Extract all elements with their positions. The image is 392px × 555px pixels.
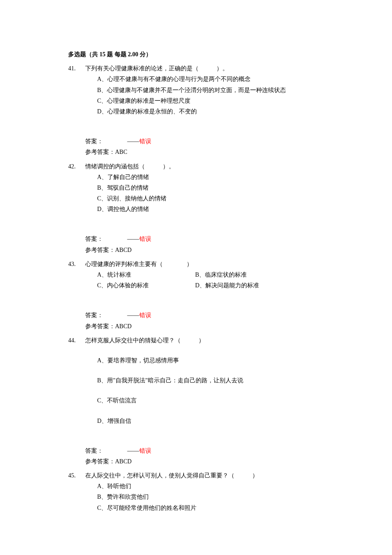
answer-line: 答案： ——错误 — [85, 234, 324, 244]
question-43: 43. 心理健康的评判标准主要有（ ） A、统计标准 B、临床症状的标准 C、内… — [68, 259, 324, 332]
question-number: 43. — [68, 259, 85, 269]
option-a: A、聆听他们 — [97, 481, 324, 491]
question-stem: 42. 情绪调控的内涵包括（ ）。 — [68, 161, 324, 172]
ref-answer-value: ABCD — [115, 247, 132, 253]
option-a: A、心理不健康与有不健康的心理与行为是两个不同的概念 — [97, 74, 324, 84]
question-stem: 41. 下列有关心理健康标准的论述，正确的是（ ）。 — [68, 63, 324, 74]
question-44: 44. 怎样克服人际交往中的猜疑心理？（ ） A、要培养理智，切忌感情用事 B、… — [68, 335, 324, 467]
option-a: A、要培养理智，切忌感情用事 — [97, 355, 324, 366]
question-number: 45. — [68, 470, 85, 481]
option-b: B、用"自我开脱法"暗示自己：走自己的路，让别人去说 — [97, 375, 324, 386]
question-42: 42. 情绪调控的内涵包括（ ）。 A、了解自己的情绪 B、驾驭自己的情绪 C、… — [68, 161, 324, 255]
option-c: C、识别、接纳他人的情绪 — [97, 193, 324, 204]
question-number: 41. — [68, 63, 85, 74]
answer-line: 答案： ——错误 — [85, 136, 324, 147]
section-title: 多选题（共 15 题 每题 2.00 分） — [68, 49, 324, 60]
option-d: D、心理健康的标准是永恒的、不变的 — [97, 106, 324, 117]
status-wrong: 错误 — [139, 138, 151, 145]
status-prefix: —— — [127, 448, 139, 454]
ref-label: 参考答案： — [85, 323, 115, 330]
question-text: 怎样克服人际交往中的猜疑心理？（ ） — [85, 335, 324, 346]
options: A、要培养理智，切忌感情用事 B、用"自我开脱法"暗示自己：走自己的路，让别人去… — [68, 355, 324, 426]
option-d: D、解决问题能力的标准 — [195, 280, 293, 291]
question-text: 心理健康的评判标准主要有（ ） — [85, 259, 324, 269]
status-prefix: —— — [127, 312, 139, 318]
option-a: A、统计标准 — [97, 269, 195, 280]
question-number: 42. — [68, 161, 85, 172]
question-text: 在人际交往中，怎样认可别人，使别人觉得自己重要？（ ） — [85, 470, 324, 481]
answer-block: 答案： ——错误 参考答案：ABCD — [68, 445, 324, 467]
question-stem: 44. 怎样克服人际交往中的猜疑心理？（ ） — [68, 335, 324, 346]
ref-label: 参考答案： — [85, 149, 115, 155]
options: A、心理不健康与有不健康的心理与行为是两个不同的概念 B、心理健康与不健康并不是… — [68, 74, 324, 117]
option-d: D、增强自信 — [97, 416, 324, 426]
status-wrong: 错误 — [139, 236, 151, 242]
answer-block: 答案： ——错误 参考答案：ABCD — [68, 310, 324, 331]
question-45: 45. 在人际交往中，怎样认可别人，使别人觉得自己重要？（ ） A、聆听他们 B… — [68, 470, 324, 513]
question-41: 41. 下列有关心理健康标准的论述，正确的是（ ）。 A、心理不健康与有不健康的… — [68, 63, 324, 157]
question-text: 下列有关心理健康标准的论述，正确的是（ ）。 — [85, 63, 324, 74]
answer-line: 答案： ——错误 — [85, 310, 324, 321]
ref-label: 参考答案： — [85, 247, 115, 253]
options: A、了解自己的情绪 B、驾驭自己的情绪 C、识别、接纳他人的情绪 D、调控他人的… — [68, 172, 324, 215]
reference-answer: 参考答案：ABCD — [85, 321, 324, 332]
status-prefix: —— — [127, 236, 139, 242]
status-wrong: 错误 — [139, 312, 151, 318]
answer-block: 答案： ——错误 参考答案：ABCD — [68, 234, 324, 255]
option-c: C、尽可能经常使用他们的姓名和照片 — [97, 503, 324, 513]
option-b: B、驾驭自己的情绪 — [97, 182, 324, 193]
option-c: C、内心体验的标准 — [97, 280, 195, 291]
question-stem: 45. 在人际交往中，怎样认可别人，使别人觉得自己重要？（ ） — [68, 470, 324, 481]
reference-answer: 参考答案：ABCD — [85, 456, 324, 467]
reference-answer: 参考答案：ABC — [85, 147, 324, 157]
ref-answer-value: ABCD — [115, 323, 132, 330]
options: A、聆听他们 B、赞许和欣赏他们 C、尽可能经常使用他们的姓名和照片 — [68, 481, 324, 513]
question-stem: 43. 心理健康的评判标准主要有（ ） — [68, 259, 324, 269]
ref-answer-value: ABCD — [115, 458, 132, 465]
ref-answer-value: ABC — [115, 149, 127, 155]
answer-label: 答案： — [85, 445, 126, 456]
option-a: A、了解自己的情绪 — [97, 172, 324, 182]
options: A、统计标准 B、临床症状的标准 C、内心体验的标准 D、解决问题能力的标准 — [68, 269, 324, 291]
question-number: 44. — [68, 335, 85, 346]
reference-answer: 参考答案：ABCD — [85, 245, 324, 255]
answer-label: 答案： — [85, 234, 126, 244]
ref-label: 参考答案： — [85, 458, 115, 465]
question-text: 情绪调控的内涵包括（ ）。 — [85, 161, 324, 172]
page-content: 多选题（共 15 题 每题 2.00 分） 41. 下列有关心理健康标准的论述，… — [0, 0, 392, 542]
status-wrong: 错误 — [139, 448, 151, 454]
option-c: C、不听信流言 — [97, 395, 324, 406]
answer-label: 答案： — [85, 136, 126, 147]
option-b: B、心理健康与不健康并不是一个泾渭分明的对立面，而是一种连续状态 — [97, 85, 324, 95]
answer-label: 答案： — [85, 310, 126, 321]
option-b: B、赞许和欣赏他们 — [97, 491, 324, 502]
answer-block: 答案： ——错误 参考答案：ABC — [68, 136, 324, 157]
status-prefix: —— — [127, 138, 139, 145]
option-d: D、调控他人的情绪 — [97, 204, 324, 214]
option-b: B、临床症状的标准 — [195, 269, 293, 280]
answer-line: 答案： ——错误 — [85, 445, 324, 456]
option-c: C、心理健康的标准是一种理想尺度 — [97, 95, 324, 106]
